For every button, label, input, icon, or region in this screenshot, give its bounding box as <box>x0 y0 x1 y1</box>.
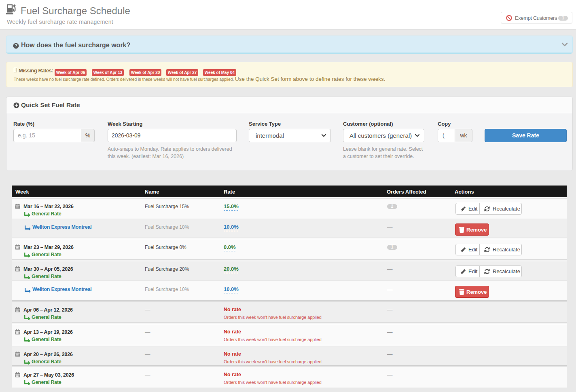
svg-text:?: ? <box>15 44 17 48</box>
